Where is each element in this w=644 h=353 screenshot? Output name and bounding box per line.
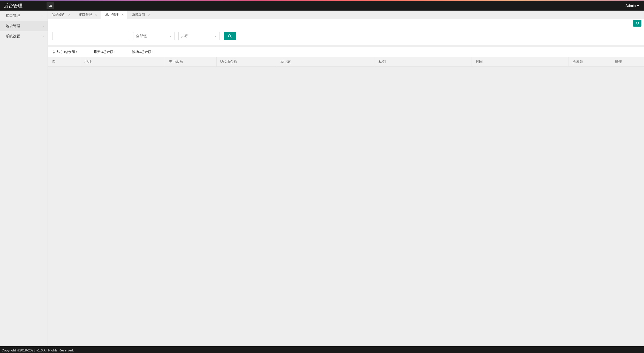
- chain-select[interactable]: 全部链: [133, 32, 175, 40]
- close-icon[interactable]: ✕: [121, 13, 124, 17]
- tab-desktop[interactable]: 我的桌面 ✕: [48, 11, 74, 19]
- sidebar-toggle-button[interactable]: [47, 2, 54, 9]
- th-u-balance[interactable]: U代币余额: [216, 57, 277, 67]
- header-bar: 后台管理 Admin: [0, 1, 644, 11]
- sidebar-item-label: 接口管理: [6, 13, 20, 18]
- th-id[interactable]: ID: [48, 57, 81, 67]
- data-table-container: ID 地址 主币余额 U代币余额 助记词 私钥 时间 所属链 操作: [48, 57, 644, 67]
- sort-select[interactable]: 排序: [178, 32, 220, 40]
- tab-label: 接口管理: [79, 12, 92, 17]
- toolbar-row: [48, 19, 644, 27]
- app-title: 后台管理: [4, 3, 47, 9]
- balance-summary: 以太坊U总余额： 币安U总余额： 波场U总余额：: [51, 47, 644, 57]
- th-mnemonic[interactable]: 助记词: [277, 57, 375, 67]
- separator: [48, 45, 644, 47]
- sidebar-item-label: 地址管理: [6, 24, 20, 28]
- sidebar-item-label: 系统设置: [6, 34, 20, 39]
- sidebar-item-address[interactable]: 地址管理 ›: [0, 21, 48, 31]
- tab-label: 系统设置: [132, 12, 145, 17]
- eth-balance-label: 以太坊U总余额：: [52, 50, 78, 54]
- select-value: 排序: [181, 34, 188, 38]
- table-header-row: ID 地址 主币余额 U代币余额 助记词 私钥 时间 所属链 操作: [48, 57, 644, 67]
- main-content: 我的桌面 ✕ 接口管理 ✕ 地址管理 ✕ 系统设置 ✕: [48, 11, 644, 353]
- caret-down-icon: [637, 5, 639, 6]
- th-main-balance[interactable]: 主币余额: [165, 57, 216, 67]
- th-address[interactable]: 地址: [81, 57, 165, 67]
- th-chain[interactable]: 所属链: [569, 57, 611, 67]
- data-table: ID 地址 主币余额 U代币余额 助记词 私钥 时间 所属链 操作: [48, 57, 644, 67]
- tab-label: 地址管理: [105, 12, 119, 17]
- menu-icon: [48, 4, 52, 8]
- search-button[interactable]: [224, 32, 236, 40]
- tabs-bar: 我的桌面 ✕ 接口管理 ✕ 地址管理 ✕ 系统设置 ✕: [48, 11, 644, 19]
- user-menu[interactable]: Admin: [623, 4, 641, 8]
- copyright-text: Copyright ©2018-2023 v1.6 All Rights Res…: [2, 348, 74, 352]
- sidebar: 接口管理 › 地址管理 › 系统设置 ›: [0, 11, 48, 353]
- close-icon[interactable]: ✕: [95, 13, 97, 17]
- trx-balance-label: 波场U总余额：: [132, 50, 155, 54]
- user-name: Admin: [625, 4, 636, 8]
- caret-down-icon: [214, 36, 217, 37]
- refresh-icon: [635, 21, 639, 25]
- tab-address[interactable]: 地址管理 ✕: [101, 11, 127, 19]
- select-value: 全部链: [136, 34, 147, 38]
- footer: Copyright ©2018-2023 v1.6 All Rights Res…: [0, 346, 644, 353]
- chevron-right-icon: ›: [42, 24, 44, 28]
- sidebar-item-system[interactable]: 系统设置 ›: [0, 31, 48, 42]
- bsc-balance-label: 币安U总余额：: [94, 50, 116, 54]
- close-icon[interactable]: ✕: [148, 13, 150, 17]
- close-icon[interactable]: ✕: [68, 13, 71, 17]
- th-action[interactable]: 操作: [611, 57, 644, 67]
- tab-label: 我的桌面: [52, 12, 65, 17]
- svg-line-1: [230, 37, 231, 38]
- th-time[interactable]: 时间: [472, 57, 569, 67]
- tab-interface[interactable]: 接口管理 ✕: [74, 11, 101, 19]
- refresh-button[interactable]: [633, 20, 641, 27]
- search-input[interactable]: [52, 32, 129, 40]
- sidebar-item-interface[interactable]: 接口管理 ›: [0, 11, 48, 21]
- chevron-right-icon: ›: [42, 14, 44, 18]
- chevron-right-icon: ›: [42, 34, 44, 38]
- filter-row: 全部链 排序: [52, 27, 639, 45]
- search-icon: [228, 34, 232, 38]
- caret-down-icon: [169, 36, 172, 37]
- tab-system[interactable]: 系统设置 ✕: [127, 11, 154, 19]
- svg-point-0: [228, 35, 231, 37]
- th-private-key[interactable]: 私钥: [375, 57, 472, 67]
